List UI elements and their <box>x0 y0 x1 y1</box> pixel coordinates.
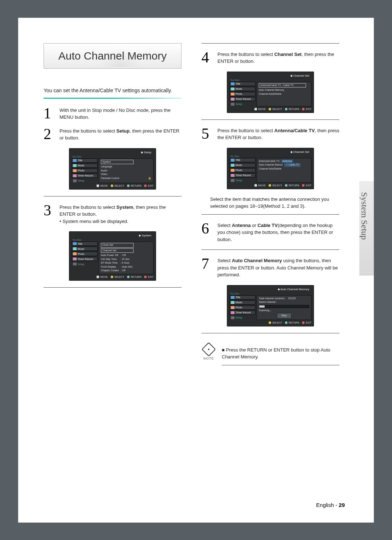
step-7: 7 Select Auto Channel Memory using the b… <box>201 257 339 279</box>
section-tab: System Setup <box>359 181 374 276</box>
page-footer: English - 29 <box>316 502 345 508</box>
osd-channel-set-popup: ◆ Channel Set No Disc Title Music Photo … <box>227 148 314 189</box>
right-column: 4 Press the buttons to select Channel Se… <box>201 43 339 365</box>
divider <box>44 98 181 99</box>
osd-acm-progress: ◆ Auto Channel Memory No Disc Title Musi… <box>227 285 314 326</box>
step-2: 2 Press the buttons to select Setup, the… <box>44 127 181 142</box>
step-number: 6 <box>201 222 213 243</box>
step-text: Select Auto Channel Memory using the but… <box>217 257 339 279</box>
step-text: Press the buttons to select Channel Set,… <box>217 51 339 65</box>
divider <box>201 43 339 44</box>
divider <box>201 249 339 250</box>
divider <box>201 214 339 215</box>
step-5-note: Select the item that matches the antenna… <box>210 196 339 210</box>
step-text: With the unit in Stop mode / No Disc mod… <box>60 107 181 121</box>
step-number: 5 <box>201 127 213 141</box>
intro-text: You can set the Antenna/Cable TV setting… <box>44 87 181 94</box>
osd-channel-set: ◆ Channel Set No Disc Title Music Photo … <box>227 72 314 113</box>
stop-button[interactable]: Stop <box>277 313 291 318</box>
step-number: 4 <box>201 51 213 65</box>
note-block: NOTE Press the RETURN or ENTER button to… <box>201 344 339 365</box>
lock-icon: 🔒 <box>148 176 151 180</box>
divider <box>44 196 181 196</box>
page-title: Auto Channel Memory <box>58 50 167 62</box>
divider <box>201 333 339 333</box>
manual-page: System Setup Auto Channel Memory You can… <box>18 18 374 523</box>
note-icon: NOTE <box>201 344 216 360</box>
osd-setup: ◆ Setup No Disc Title Music Photo Timer … <box>69 148 156 190</box>
step-text: Press the buttons to select System, then… <box>60 204 181 225</box>
section-tab-label: System Setup <box>359 181 369 240</box>
page-title-box: Auto Channel Memory <box>44 43 181 69</box>
step-6: 6 Select Antenna or Cable TV(depending o… <box>201 222 339 243</box>
step-4: 4 Press the buttons to select Channel Se… <box>201 51 339 65</box>
step-5: 5 Press the buttons to select Antenna/Ca… <box>201 127 339 141</box>
step-text: Press the buttons to select Antenna/Cabl… <box>217 127 339 141</box>
progress-bar <box>259 305 309 308</box>
osd-system: ◆ System No Disc Title Music Photo Timer… <box>69 231 156 281</box>
divider <box>201 119 339 120</box>
step-number: 1 <box>44 107 55 121</box>
step-number: 7 <box>201 257 213 279</box>
step-text: Select Antenna or Cable TV(depending on … <box>217 222 339 243</box>
step-3: 3 Press the buttons to select System, th… <box>44 204 181 225</box>
step-number: 2 <box>44 127 55 142</box>
divider <box>44 287 181 288</box>
step-1: 1 With the unit in Stop mode / No Disc m… <box>44 107 181 121</box>
note-text: Press the RETURN or ENTER button to stop… <box>222 346 339 365</box>
left-column: Auto Channel Memory You can set the Ante… <box>44 43 181 365</box>
step-text: Press the buttons to select Setup, then … <box>60 127 181 142</box>
step-number: 3 <box>44 204 55 225</box>
